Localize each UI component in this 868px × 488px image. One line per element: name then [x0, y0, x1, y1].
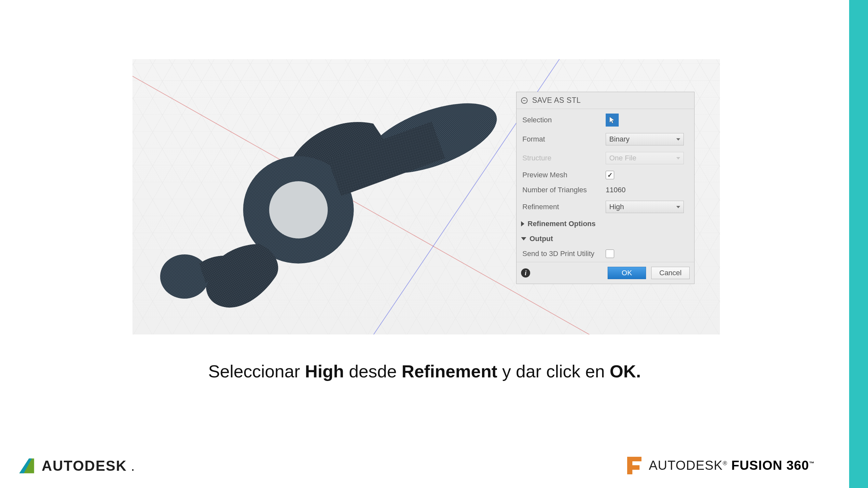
- fusion-mark-icon: [626, 455, 643, 475]
- collapse-icon[interactable]: –: [521, 97, 528, 104]
- autodesk-text: AUTODESK®: [649, 458, 727, 473]
- structure-select: One File: [606, 152, 684, 164]
- svg-point-3: [243, 156, 354, 263]
- format-label: Format: [522, 135, 606, 143]
- caption-text: Seleccionar: [208, 361, 305, 381]
- caption-bold-high: High: [305, 361, 344, 381]
- save-as-stl-dialog: – SAVE AS STL Selection Format: [516, 92, 694, 284]
- row-send-3d: Send to 3D Print Utility: [517, 246, 694, 261]
- preview-mesh-label: Preview Mesh: [522, 171, 606, 179]
- slide-accent-bar: [849, 0, 868, 488]
- caption-bold-ok: OK.: [610, 361, 641, 381]
- autodesk-dot: .: [131, 458, 135, 474]
- caret-down-icon: [521, 237, 526, 240]
- triangles-value: 11060: [606, 186, 625, 194]
- caption-text: y dar click en: [497, 361, 610, 381]
- preview-mesh-checkbox[interactable]: [606, 171, 614, 179]
- info-icon[interactable]: i: [521, 268, 530, 278]
- caption-bold-refinement: Refinement: [402, 361, 497, 381]
- row-triangles: Number of Triangles 11060: [517, 183, 694, 197]
- slide-content: – SAVE AS STL Selection Format: [0, 0, 849, 488]
- output-group[interactable]: Output: [517, 231, 694, 246]
- send-3d-label: Send to 3D Print Utility: [522, 250, 606, 258]
- refinement-label: Refinement: [522, 203, 606, 211]
- row-preview-mesh: Preview Mesh: [517, 167, 694, 183]
- format-select[interactable]: Binary: [606, 133, 684, 145]
- row-selection: Selection: [517, 110, 694, 130]
- autodesk-wordmark: AUTODESK: [42, 458, 127, 474]
- selection-pick-button[interactable]: [606, 113, 619, 127]
- row-format: Format Binary: [517, 130, 694, 149]
- row-structure: Structure One File: [517, 149, 694, 167]
- cancel-button[interactable]: Cancel: [651, 267, 690, 279]
- row-refinement: Refinement High: [517, 197, 694, 216]
- triangles-label: Number of Triangles: [522, 186, 606, 194]
- chevron-down-icon: [676, 138, 680, 140]
- caret-right-icon: [521, 221, 524, 226]
- send-3d-checkbox[interactable]: [606, 250, 614, 258]
- refinement-select[interactable]: High: [606, 201, 684, 213]
- dialog-footer: i OK Cancel: [517, 262, 694, 284]
- svg-rect-6: [328, 122, 445, 196]
- dialog-title: SAVE AS STL: [532, 96, 581, 105]
- structure-label: Structure: [522, 154, 606, 162]
- mesh-preview-shape: [146, 94, 503, 322]
- selection-label: Selection: [522, 116, 606, 124]
- instruction-caption: Seleccionar High desde Refinement y dar …: [0, 361, 849, 381]
- svg-point-5: [160, 254, 209, 299]
- format-value: Binary: [609, 135, 629, 143]
- refinement-value: High: [609, 203, 624, 211]
- fusion360-text: FUSION 360™: [731, 458, 815, 473]
- fusion360-logo: AUTODESK® FUSION 360™: [626, 455, 815, 475]
- dialog-title-bar: – SAVE AS STL: [517, 92, 694, 109]
- chevron-down-icon: [676, 157, 680, 159]
- chevron-down-icon: [676, 206, 680, 208]
- svg-point-4: [269, 181, 328, 238]
- refinement-options-label: Refinement Options: [528, 220, 596, 228]
- fusion-viewport-screenshot: – SAVE AS STL Selection Format: [132, 59, 720, 334]
- autodesk-mark-icon: [18, 457, 36, 475]
- output-group-label: Output: [529, 234, 553, 243]
- ok-button[interactable]: OK: [608, 267, 646, 279]
- structure-value: One File: [609, 154, 636, 162]
- refinement-options-group[interactable]: Refinement Options: [517, 216, 694, 231]
- caption-text: desde: [344, 361, 402, 381]
- autodesk-logo: AUTODESK.: [18, 457, 135, 475]
